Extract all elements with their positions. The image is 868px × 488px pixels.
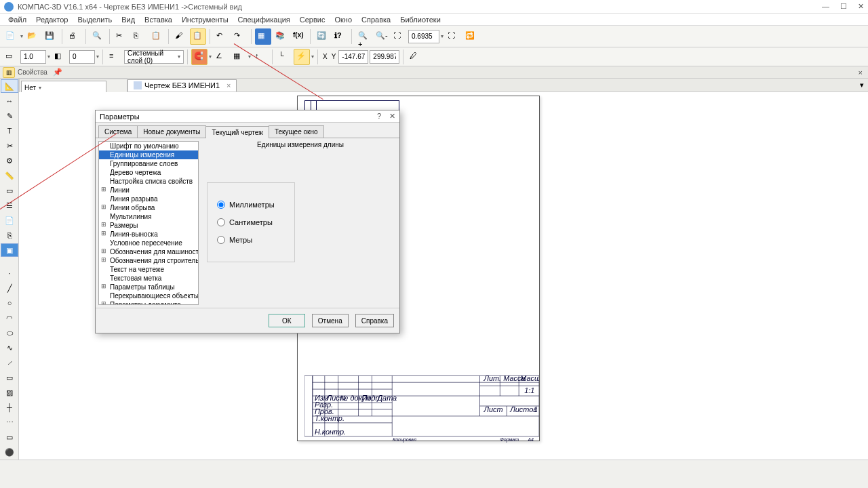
paste-button[interactable]: 📋 [149, 28, 165, 45]
tree-item[interactable]: Условное пересечение [99, 239, 198, 247]
zoom-out-button[interactable]: 🔍- [373, 28, 389, 45]
tool-arc[interactable]: ◠ [1, 311, 18, 325]
menu-help[interactable]: Справка [357, 14, 395, 25]
close-button[interactable]: ✕ [858, 2, 864, 11]
tool-rect[interactable]: ▭ [1, 371, 18, 384]
tree-item[interactable]: Настройка списка свойств [99, 177, 198, 186]
properties-button[interactable]: 📋 [190, 28, 206, 45]
tool-axis[interactable]: ┼ [1, 401, 18, 414]
layer-dropdown[interactable]: Системный слой (0) [124, 50, 184, 64]
menu-view[interactable]: Вид [117, 14, 139, 25]
tree-item[interactable]: Линии [99, 186, 198, 195]
tree-item[interactable]: Размеры [99, 221, 198, 230]
step-input[interactable] [69, 50, 95, 64]
variables-button[interactable]: f(x) [290, 28, 307, 45]
tree-item[interactable]: Перекрывающиеся объекты [99, 291, 198, 300]
tool-spec[interactable]: ☰ [1, 199, 18, 212]
tool-spline[interactable]: ∿ [1, 341, 18, 354]
tool-select[interactable]: ▭ [1, 184, 18, 197]
tree-item[interactable]: Параметры документа [99, 300, 198, 305]
tab-new-docs[interactable]: Новые документы [137, 125, 206, 138]
zoom-window-button[interactable]: ⛶ [391, 28, 407, 45]
x-coord-input[interactable] [338, 50, 368, 64]
tree-item[interactable]: Группирование слоев [99, 159, 198, 168]
tree-item[interactable]: Линии обрыва [99, 203, 198, 212]
menu-service[interactable]: Сервис [296, 14, 330, 25]
minimize-button[interactable]: — [822, 2, 829, 11]
settings-tree[interactable]: Шрифт по умолчаниюЕдиницы измеренияГрупп… [98, 141, 199, 305]
tool-record[interactable]: ⚫ [1, 445, 18, 459]
tree-item[interactable]: Мультилиния [99, 212, 198, 221]
tool-designation[interactable]: ✎ [1, 109, 18, 123]
rebuild-button[interactable]: 🔁 [462, 28, 479, 45]
tool-sheet[interactable]: ▭ [1, 430, 18, 444]
y-coord-input[interactable] [370, 50, 399, 64]
param-button[interactable]: ⚡ [294, 49, 310, 65]
menu-editor[interactable]: Редактор [32, 14, 72, 25]
menu-tools[interactable]: Инструменты [178, 14, 233, 25]
tree-item[interactable]: Обозначения для строительства [99, 256, 198, 265]
tab-system[interactable]: Система [98, 125, 138, 138]
new-button[interactable]: 📄 [3, 28, 19, 45]
snap-button[interactable]: 🧲 [191, 49, 208, 65]
tabs-menu-button[interactable]: ▾ [856, 81, 868, 89]
state-button[interactable]: ◧ [52, 49, 68, 65]
menu-spec[interactable]: Спецификация [234, 14, 294, 25]
tool-line[interactable]: ╱ [1, 281, 18, 295]
tree-item[interactable]: Линия разрыва [99, 195, 198, 203]
tool-edit[interactable]: ✂ [1, 139, 18, 152]
tool-reports[interactable]: 📄 [1, 214, 18, 227]
menu-select[interactable]: Выделить [73, 14, 116, 25]
tool-insert[interactable]: ⎘ [1, 228, 18, 242]
tool-param[interactable]: ⚙ [1, 154, 18, 167]
tab-current-drawing[interactable]: Текущий чертеж [205, 126, 269, 138]
tool-views[interactable]: ▣ [1, 243, 18, 257]
redo-button[interactable]: ↷ [231, 28, 248, 45]
layers-button[interactable]: ≡ [106, 49, 123, 65]
zoom-fit-button[interactable]: ⛶ [445, 28, 461, 45]
tree-item[interactable]: Текст на чертеже [99, 265, 198, 274]
tab-current-window[interactable]: Текущее окно [269, 125, 324, 138]
dialog-help-button[interactable]: ? [377, 112, 381, 121]
cancel-button[interactable]: Отмена [312, 314, 349, 327]
tree-item[interactable]: Дерево чертежа [99, 168, 198, 177]
tool-geometry[interactable]: 📐 [1, 79, 18, 93]
refresh-button[interactable]: 🔄 [314, 28, 330, 45]
tree-item[interactable]: Единицы измерения [99, 150, 198, 159]
radio-mm[interactable]: Миллиметры [217, 201, 285, 209]
cut-button[interactable]: ✂ [113, 28, 130, 45]
tool-measure[interactable]: 📏 [1, 169, 18, 182]
current-view-button[interactable]: ▭ [3, 49, 19, 65]
tool-point[interactable]: · [1, 266, 18, 280]
manager-button[interactable]: ▦ [255, 28, 271, 45]
ok-button[interactable]: ОК [269, 314, 305, 327]
doc-tab-close[interactable]: × [226, 81, 231, 89]
menu-insert[interactable]: Вставка [140, 14, 176, 25]
zoom-in-button[interactable]: 🔍+ [355, 28, 372, 45]
brush-tool-button[interactable]: 🖊 [407, 49, 423, 65]
help-cursor-button[interactable]: ℹ? [332, 28, 348, 45]
menu-libs[interactable]: Библиотеки [396, 14, 445, 25]
tree-item[interactable]: Параметры таблицы [99, 283, 198, 291]
menu-file[interactable]: Файл [4, 14, 31, 25]
tool-polyline[interactable]: ⟋ [1, 356, 18, 369]
dialog-help-ref-button[interactable]: Справка [355, 314, 394, 327]
document-tab[interactable]: Чертеж БЕЗ ИМЕНИ1 × [127, 79, 237, 92]
dialog-close-button[interactable]: ✕ [389, 112, 395, 121]
open-button[interactable]: 📂 [24, 28, 41, 45]
zoom-value-input[interactable] [408, 30, 439, 43]
format-painter-button[interactable]: 🖌 [172, 28, 189, 45]
tool-dimensions[interactable]: ↔ [1, 94, 18, 108]
radio-cm[interactable]: Сантиметры [217, 218, 285, 226]
tool-aux[interactable]: ⋯ [1, 415, 18, 429]
tree-item[interactable]: Линия-выноска [99, 230, 198, 239]
copy-button[interactable]: ⎘ [131, 28, 147, 45]
scale-input[interactable] [20, 50, 46, 64]
library-button[interactable]: 📚 [273, 28, 289, 45]
tree-item[interactable]: Обозначения для машиностроения [99, 247, 198, 256]
tree-item[interactable]: Текстовая метка [99, 274, 198, 283]
save-button[interactable]: 💾 [42, 28, 58, 45]
tool-hatch[interactable]: ▨ [1, 386, 18, 399]
print-button[interactable]: 🖨 [66, 28, 82, 45]
properties-icon-button[interactable]: ▥ [3, 67, 15, 78]
